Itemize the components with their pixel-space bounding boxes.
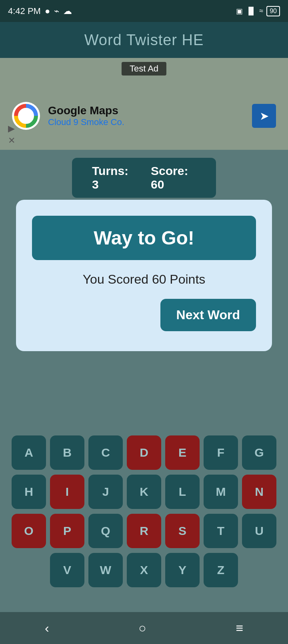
key-a[interactable]: A	[12, 435, 46, 470]
ad-close-icon[interactable]: ✕	[8, 135, 15, 146]
keyboard: ABCDEFGHIJKLMNOPQRSTUVWXYZ	[0, 427, 288, 595]
result-modal: Way to Go! You Scored 60 Points Next Wor…	[16, 200, 272, 351]
key-p[interactable]: P	[50, 514, 84, 548]
ad-business: Cloud 9 Smoke Co.	[48, 117, 124, 127]
turns-display: Turns: 3	[92, 164, 131, 191]
status-right: ▣ ▐▌ ≈ 90	[236, 6, 280, 16]
key-f[interactable]: F	[204, 435, 238, 470]
key-c[interactable]: C	[88, 435, 123, 470]
key-r[interactable]: R	[127, 514, 161, 548]
key-b[interactable]: B	[50, 435, 84, 470]
key-i[interactable]: I	[50, 475, 84, 509]
ad-bottom-icons: ▶ ✕	[8, 123, 15, 146]
key-y[interactable]: Y	[165, 553, 200, 587]
key-g[interactable]: G	[242, 435, 276, 470]
vibrate-icon: ▣	[236, 7, 243, 16]
ad-app-name: Google Maps	[48, 104, 124, 117]
ad-arrow-icon[interactable]: ➤	[252, 104, 276, 128]
usb-icon: ⌁	[54, 6, 59, 16]
score-display: Score: 60	[151, 164, 196, 191]
ad-text: Google Maps Cloud 9 Smoke Co.	[48, 104, 124, 127]
cloud-icon: ☁	[63, 6, 72, 16]
key-x[interactable]: X	[127, 553, 161, 587]
keyboard-row: HIJKLMN	[4, 475, 284, 509]
keyboard-row: ABCDEFG	[4, 435, 284, 470]
modal-banner: Way to Go!	[32, 216, 256, 260]
next-word-button[interactable]: Next Word	[160, 299, 256, 331]
modal-score-text: You Scored 60 Points	[32, 272, 256, 287]
key-k[interactable]: K	[127, 475, 161, 509]
ad-content: Google Maps Cloud 9 Smoke Co. ➤	[0, 90, 288, 130]
key-l[interactable]: L	[165, 475, 200, 509]
key-q[interactable]: Q	[88, 514, 123, 548]
status-bar: 4:42 PM ● ⌁ ☁ ▣ ▐▌ ≈ 90	[0, 0, 288, 22]
key-t[interactable]: T	[204, 514, 238, 548]
back-button[interactable]: ‹	[45, 621, 49, 636]
keyboard-row: OPQRSTU	[4, 514, 284, 548]
key-v[interactable]: V	[50, 553, 84, 587]
key-e[interactable]: E	[165, 435, 200, 470]
home-button[interactable]: ○	[138, 621, 146, 636]
key-u[interactable]: U	[242, 514, 276, 548]
google-maps-logo	[12, 102, 40, 130]
app-title: Word Twister HE	[84, 32, 204, 49]
key-n[interactable]: N	[242, 475, 276, 509]
key-h[interactable]: H	[12, 475, 46, 509]
ad-play-icon: ▶	[8, 123, 15, 134]
modal-banner-text: Way to Go!	[94, 227, 194, 248]
key-z[interactable]: Z	[204, 553, 238, 587]
keyboard-row: VWXYZ	[4, 553, 284, 587]
key-s[interactable]: S	[165, 514, 200, 548]
signal-icon: ▐▌	[246, 7, 256, 15]
app-header: Word Twister HE	[0, 22, 288, 58]
whatsapp-icon: ●	[45, 6, 50, 16]
status-left: 4:42 PM ● ⌁ ☁	[8, 6, 72, 16]
score-bar: Turns: 3 Score: 60	[72, 158, 216, 198]
menu-button[interactable]: ≡	[236, 621, 243, 636]
ad-banner[interactable]: Test Ad Google Maps Cloud 9 Smoke Co. ➤ …	[0, 58, 288, 150]
battery-display: 90	[266, 6, 280, 16]
nav-bar: ‹ ○ ≡	[0, 612, 288, 644]
ad-left: Google Maps Cloud 9 Smoke Co.	[12, 102, 124, 130]
time-display: 4:42 PM	[8, 6, 41, 16]
ad-label: Test Ad	[122, 62, 166, 76]
key-w[interactable]: W	[88, 553, 123, 587]
key-j[interactable]: J	[88, 475, 123, 509]
key-o[interactable]: O	[12, 514, 46, 548]
key-d[interactable]: D	[127, 435, 161, 470]
wifi-icon: ≈	[259, 7, 263, 15]
key-m[interactable]: M	[204, 475, 238, 509]
